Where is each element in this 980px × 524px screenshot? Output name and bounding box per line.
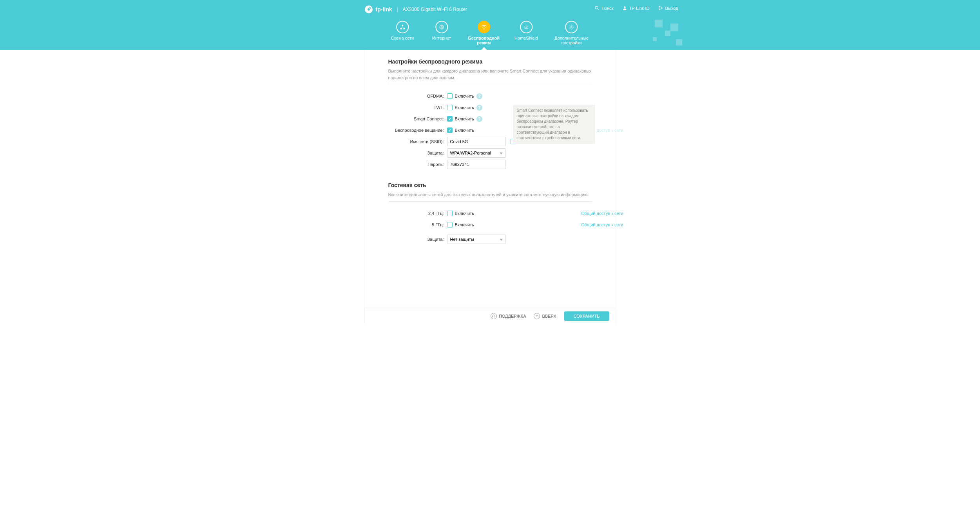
footer-bar: ПОДДЕРЖКА ВВЕРХ СОХРАНИТЬ xyxy=(365,308,616,324)
tab-wireless[interactable]: Беспроводной режим xyxy=(469,21,499,45)
row-ofdma: OFDMA: Включить ? xyxy=(388,91,592,101)
ssid-input[interactable] xyxy=(447,137,506,146)
wifi-icon xyxy=(481,24,487,30)
svg-point-3 xyxy=(624,6,625,8)
svg-point-8 xyxy=(484,29,484,29)
wireless-title: Настройки беспроводного режима xyxy=(388,58,592,65)
arrow-up-icon xyxy=(534,313,540,319)
shield-icon xyxy=(523,24,529,30)
search-icon xyxy=(594,5,600,11)
broadcast-checkbox[interactable] xyxy=(447,127,453,133)
gear-icon xyxy=(569,24,575,30)
logout-button[interactable]: Выход xyxy=(658,5,678,11)
headset-icon xyxy=(491,313,497,319)
guest-security-select[interactable]: Нет защиты xyxy=(447,235,506,244)
smartconnect-checkbox[interactable] xyxy=(447,116,453,122)
twt-checkbox[interactable] xyxy=(447,105,453,110)
guest-desc: Включите диапазоны сетей для гостевых по… xyxy=(388,191,592,202)
smartconnect-tooltip: Smart Connect позволяет использовать оди… xyxy=(513,105,595,144)
brand-logo-icon xyxy=(365,5,373,13)
tab-advanced[interactable]: Дополнительные настройки xyxy=(554,21,589,45)
help-icon[interactable]: ? xyxy=(476,105,482,111)
top-header: tp-link | AX3000 Gigabit Wi-Fi 6 Router … xyxy=(0,0,980,50)
row-guest-24: 2,4 ГГц: Включить Общий доступ к сети xyxy=(388,209,592,218)
globe-icon xyxy=(438,24,445,30)
wireless-desc: Выполните настройки для каждого диапазон… xyxy=(388,68,592,84)
security-select[interactable]: WPA/WPA2-Personal xyxy=(447,148,506,158)
help-icon[interactable]: ? xyxy=(476,93,482,99)
model-text: AX3000 Gigabit Wi-Fi 6 Router xyxy=(403,7,467,12)
svg-point-1 xyxy=(595,6,598,9)
svg-point-10 xyxy=(526,27,527,28)
tab-internet[interactable]: Интернет xyxy=(430,21,453,45)
row-guest-5: 5 ГГц: Включить Общий доступ к сети xyxy=(388,220,592,229)
user-icon xyxy=(622,5,627,11)
row-guest-security: Защита: Нет защиты xyxy=(388,235,592,244)
share-link[interactable]: Общий доступ к сети xyxy=(581,222,623,227)
tplink-id-button[interactable]: TP-Link ID xyxy=(622,5,650,11)
save-button[interactable]: СОХРАНИТЬ xyxy=(564,311,609,321)
svg-point-11 xyxy=(571,26,572,28)
password-input[interactable] xyxy=(447,160,506,169)
row-smartconnect: Smart Connect: Включить ? Smart Connect … xyxy=(388,114,592,124)
top-button[interactable]: ВВЕРХ xyxy=(534,313,556,319)
guest-24-checkbox[interactable] xyxy=(447,211,453,216)
brand-text: tp-link xyxy=(376,6,392,13)
svg-line-2 xyxy=(598,9,599,10)
guest-title: Гостевая сеть xyxy=(388,182,592,188)
svg-point-4 xyxy=(402,25,403,26)
svg-rect-9 xyxy=(525,26,528,29)
svg-point-0 xyxy=(368,8,370,11)
help-icon[interactable]: ? xyxy=(476,116,482,122)
logout-icon xyxy=(658,5,663,11)
guest-5-checkbox[interactable] xyxy=(447,222,453,227)
row-security: Защита: WPA/WPA2-Personal xyxy=(388,148,592,158)
brand: tp-link | AX3000 Gigabit Wi-Fi 6 Router xyxy=(365,5,467,13)
tab-homeshield[interactable]: HomeShield xyxy=(514,21,538,45)
row-password: Пароль: xyxy=(388,160,592,169)
top-right-links: Поиск TP-Link ID Выход xyxy=(594,5,678,11)
nav-tabs: Схема сети Интернет Беспроводной режим H… xyxy=(391,21,589,50)
ofdma-checkbox[interactable] xyxy=(447,93,453,99)
tab-network-map[interactable]: Схема сети xyxy=(391,21,414,45)
support-button[interactable]: ПОДДЕРЖКА xyxy=(491,313,526,319)
main-panel: Настройки беспроводного режима Выполните… xyxy=(365,50,616,309)
share-link[interactable]: Общий доступ к сети xyxy=(581,211,623,216)
search-button[interactable]: Поиск xyxy=(594,5,613,11)
network-icon xyxy=(399,24,406,30)
